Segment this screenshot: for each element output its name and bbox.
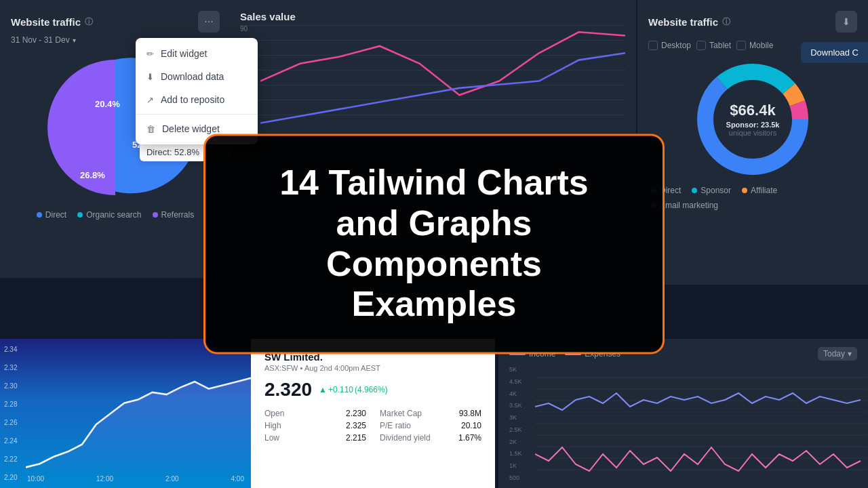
- stock-meta: ASX:SFW • Aug 2nd 4:00pm AEST: [264, 364, 481, 372]
- download-icon: ⬇: [842, 16, 850, 27]
- pie-tooltip: Direct: 52.8%: [140, 143, 206, 161]
- info-icon: ⓘ: [85, 16, 93, 28]
- more-options-button[interactable]: ···: [198, 11, 220, 33]
- info-icon-right: ⓘ: [722, 16, 730, 28]
- donut-title: Website traffic ⓘ: [648, 16, 730, 28]
- income-chart-area: 5K 4.5K 4K 3.5K 3K 2.5K 2K 1.5K 1K 500: [509, 366, 857, 481]
- pie-title: Website traffic ⓘ: [11, 16, 93, 28]
- up-arrow-icon: ▲: [319, 385, 327, 394]
- stock-price: 2.320: [264, 379, 312, 401]
- download-button[interactable]: ⬇: [835, 11, 857, 33]
- table-row: P/E ratio 20.10: [380, 421, 481, 430]
- legend-sponsor: Sponsor: [692, 186, 731, 195]
- widget-sales-chart: Sales value 90 85 80 75 70 65 60: [229, 0, 636, 142]
- widget-income-chart: Income Expenses Today ▾ 5K 4.5K 4K 3.5K …: [498, 339, 868, 488]
- table-row: High 2.325: [264, 421, 366, 430]
- chip-mobile[interactable]: Mobile: [736, 41, 773, 50]
- svg-marker-7: [26, 378, 251, 474]
- svg-text:20.4%: 20.4%: [95, 99, 120, 109]
- y-axis-labels: 2.34 2.32 2.30 2.28 2.26 2.24 2.22 2.20: [4, 346, 17, 481]
- donut-center: $66.4k Sponsor: 23.5k unique visitors: [726, 102, 780, 137]
- chevron-down-icon: ▾: [848, 349, 852, 359]
- sales-title: Sales value: [240, 11, 625, 22]
- table-row: Market Cap 93.8M: [380, 409, 481, 418]
- chip-tablet[interactable]: Tablet: [696, 41, 731, 50]
- widget-stock-info: SW Limited. ASX:SFW • Aug 2nd 4:00pm AES…: [251, 339, 495, 488]
- add-repo-item[interactable]: ↗ Add to reposito: [136, 88, 258, 111]
- table-row: Open 2.230: [264, 409, 366, 418]
- trash-icon: 🗑: [146, 124, 155, 134]
- pie-legend: Direct Organic search Referrals: [11, 210, 220, 220]
- sales-chart-area: 90 85 80 75 70 65 60: [240, 25, 625, 134]
- legend-direct: Direct: [37, 210, 66, 220]
- widget-stock-chart: 2.34 2.32 2.30 2.28 2.26 2.24 2.22 2.20 …: [0, 339, 251, 488]
- legend-affiliate: Affiliate: [742, 186, 777, 195]
- background: Website traffic ⓘ ··· 31 Nov - 31 Dev ▾ …: [0, 0, 868, 488]
- x-axis-labels: 10:00 12:00 2:00 4:00: [27, 475, 244, 483]
- today-dropdown[interactable]: Today ▾: [818, 347, 857, 361]
- donut-legend: Direct Sponsor Affiliate Email marketing: [648, 186, 857, 210]
- table-row: Dividend yield 1.67%: [380, 433, 481, 443]
- download-data-item[interactable]: ⬇ Download data: [136, 65, 258, 88]
- edit-widget-item[interactable]: ✏ Edit widget: [136, 42, 258, 65]
- overlay-title: 14 Tailwind Charts and Graphs Components…: [246, 163, 622, 325]
- stock-price-row: 2.320 ▲ +0.110 (4.966%): [264, 379, 481, 401]
- stock-stats-table: Open 2.230 Market Cap 93.8M High 2.325 P…: [264, 409, 481, 443]
- context-menu: ✏ Edit widget ⬇ Download data ↗ Add to r…: [136, 38, 258, 144]
- edit-icon: ✏: [146, 49, 154, 59]
- download-icon: ⬇: [146, 72, 154, 82]
- center-overlay: 14 Tailwind Charts and Graphs Components…: [203, 134, 665, 354]
- donut-chart: $66.4k Sponsor: 23.5k unique visitors: [648, 58, 857, 180]
- widget-pie-chart: Website traffic ⓘ ··· 31 Nov - 31 Dev ▾ …: [0, 0, 231, 278]
- chip-desktop[interactable]: Desktop: [648, 41, 691, 50]
- stock-change: ▲ +0.110 (4.966%): [319, 385, 388, 394]
- legend-referrals: Referrals: [153, 210, 195, 220]
- table-row: Low 2.215: [264, 433, 366, 443]
- widget-donut-chart: Website traffic ⓘ ⬇ Desktop Tablet Mobil…: [637, 0, 868, 285]
- legend-organic: Organic search: [77, 210, 141, 220]
- chevron-down-icon: ▾: [73, 37, 76, 44]
- svg-text:26.8%: 26.8%: [80, 170, 105, 180]
- share-icon: ↗: [146, 95, 154, 105]
- download-overlay-btn[interactable]: Download C: [801, 42, 868, 63]
